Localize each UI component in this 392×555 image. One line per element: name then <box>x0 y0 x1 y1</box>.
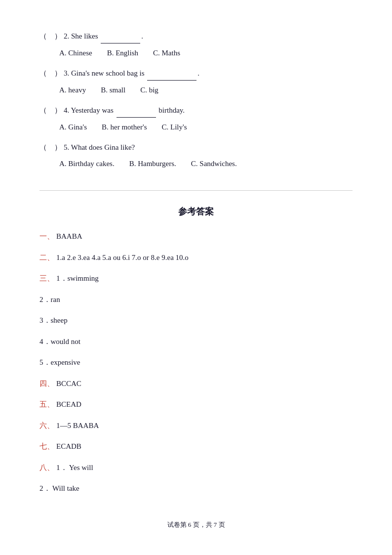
answer-label-6: 六、 <box>39 419 54 433</box>
option-4a: A. Gina's <box>59 121 87 134</box>
footer-text: 试卷第 6 页，共 7 页 <box>167 521 225 528</box>
answer-content-6: 1—5 BAABA <box>56 419 99 433</box>
answer-row-8: 八、 1． Yes will <box>39 461 353 475</box>
answer-3-sub2: 3．sheep <box>39 313 353 328</box>
answer-3-sub2-text: 3．sheep <box>39 316 68 324</box>
answer-section: 参考答案 一、 BAABA 二、 1.a 2.e 3.ea 4.a 5.a ou… <box>39 206 353 496</box>
question-4-line: （ ） 4. Yesterday was birthday. <box>39 104 353 118</box>
answer-8-sub1: 2． Will take <box>39 481 353 496</box>
answer-content-3: 1．swimming <box>56 271 99 286</box>
option-4c: C. Lily's <box>161 121 187 134</box>
option-3b: B. small <box>101 84 125 97</box>
bracket-4: （ ） <box>39 104 62 117</box>
answer-content-1: BAABA <box>56 229 82 244</box>
answer-label-1: 一、 <box>39 229 54 244</box>
answer-3-sub4: 5．expensive <box>39 355 353 370</box>
blank-3 <box>147 67 196 81</box>
question-3-text: 3. Gina's new school bag is . <box>64 67 199 81</box>
options-5: A. Birthday cakes. B. Hamburgers. C. San… <box>59 157 353 171</box>
answer-label-2: 二、 <box>39 251 54 265</box>
option-2c: C. Maths <box>153 46 180 60</box>
options-4: A. Gina's B. her mother's C. Lily's <box>59 121 353 134</box>
answer-content-8: 1． Yes will <box>56 461 93 475</box>
question-5-line: （ ） 5. What does Gina like? <box>39 141 353 154</box>
answer-3-sub3-text: 4．would not <box>39 338 80 345</box>
blank-2 <box>101 30 140 43</box>
answer-row-4: 四、 BCCAC <box>39 377 353 391</box>
question-5-text: 5. What does Gina like? <box>64 141 135 154</box>
question-2-text: 2. She likes . <box>64 30 143 43</box>
bracket-5: （ ） <box>39 141 62 154</box>
answer-row-2: 二、 1.a 2.e 3.ea 4.a 5.a ou 6.i 7.o or 8.… <box>39 251 353 265</box>
answer-3-sub3: 4．would not <box>39 335 353 349</box>
option-5a: A. Birthday cakes. <box>59 157 115 171</box>
answer-content-5: BCEAD <box>56 397 81 412</box>
answer-8-sub1-text: 2． Will take <box>39 484 79 492</box>
option-2a: A. Chinese <box>59 46 92 60</box>
question-4-text: 4. Yesterday was birthday. <box>64 104 185 118</box>
blank-4 <box>117 104 156 118</box>
answer-3-sub4-text: 5．expensive <box>39 358 80 366</box>
answer-row-7: 七、 ECADB <box>39 439 353 454</box>
answer-content-2: 1.a 2.e 3.ea 4.a 5.a ou 6.i 7.o or 8.e 9… <box>56 251 189 265</box>
option-5c: C. Sandwiches. <box>191 157 237 171</box>
bracket-3: （ ） <box>39 67 62 80</box>
answer-label-5: 五、 <box>39 397 54 412</box>
page-footer: 试卷第 6 页，共 7 页 <box>39 520 353 529</box>
bracket-2: （ ） <box>39 30 62 43</box>
answer-label-8: 八、 <box>39 461 54 475</box>
answer-row-6: 六、 1—5 BAABA <box>39 419 353 433</box>
option-3a: A. heavy <box>59 84 86 97</box>
options-3: A. heavy B. small C. big <box>59 84 353 97</box>
answer-content-4: BCCAC <box>56 377 81 391</box>
answer-title: 参考答案 <box>39 206 353 217</box>
answer-label-3: 三、 <box>39 271 54 286</box>
answer-3-sub1-text: 2．ran <box>39 296 60 303</box>
questions-section: （ ） 2. She likes . A. Chinese B. English… <box>39 30 353 171</box>
option-4b: B. her mother's <box>102 121 147 134</box>
answer-label-7: 七、 <box>39 439 54 454</box>
option-2b: B. English <box>107 46 138 60</box>
option-5b: B. Hamburgers. <box>129 157 176 171</box>
question-3-line: （ ） 3. Gina's new school bag is . <box>39 67 353 81</box>
section-divider <box>39 190 353 191</box>
answer-3-sub1: 2．ran <box>39 293 353 307</box>
answer-content-7: ECADB <box>56 439 81 454</box>
options-2: A. Chinese B. English C. Maths <box>59 46 353 60</box>
answer-row-5: 五、 BCEAD <box>39 397 353 412</box>
question-2-line: （ ） 2. She likes . <box>39 30 353 43</box>
answer-label-4: 四、 <box>39 377 54 391</box>
option-3c: C. big <box>140 84 158 97</box>
answer-row-3: 三、 1．swimming <box>39 271 353 286</box>
answer-row-1: 一、 BAABA <box>39 229 353 244</box>
